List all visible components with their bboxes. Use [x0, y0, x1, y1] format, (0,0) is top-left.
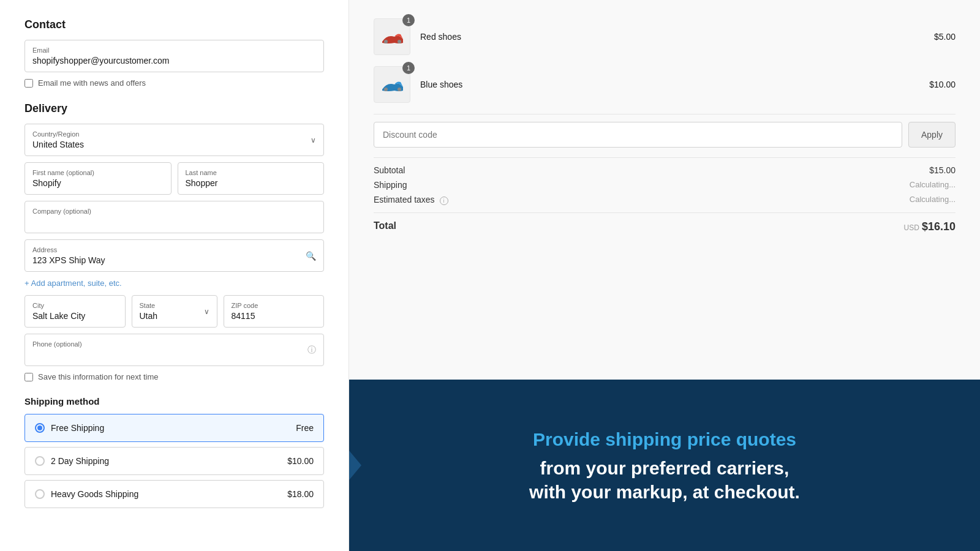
subtotal-row: Subtotal $15.00 [374, 165, 956, 175]
shipping-free-label: Free Shipping [51, 423, 104, 433]
zip-label: ZIP code [232, 302, 317, 309]
shipping-method-title: Shipping method [24, 396, 324, 407]
address-input[interactable] [32, 255, 316, 265]
promo-line1: Provide shipping price quotes [529, 427, 800, 451]
promo-banner: Provide shipping price quotes from your … [349, 380, 980, 551]
discount-input[interactable] [374, 122, 902, 148]
company-input[interactable] [32, 217, 316, 227]
shipping-value: Calculating... [910, 180, 956, 190]
city-field[interactable]: City [24, 295, 126, 328]
shipping-heavy-label: Heavy Goods Shipping [51, 489, 138, 499]
total-currency: USD [904, 223, 919, 232]
email-news-row: Email me with news and offers [24, 78, 324, 88]
taxes-label: Estimated taxes i [374, 195, 448, 205]
email-field[interactable]: Email [24, 40, 324, 72]
product-image-blue: 1 [374, 66, 410, 103]
shipping-label: Shipping [374, 180, 407, 190]
delivery-title: Delivery [24, 102, 324, 115]
shipping-method-section: Shipping method Free Shipping Free 2 Day… [24, 396, 324, 508]
company-label: Company (optional) [32, 208, 316, 215]
svg-point-1 [384, 40, 388, 43]
radio-heavy[interactable] [35, 489, 45, 499]
taxes-value: Calculating... [910, 195, 956, 205]
email-news-checkbox[interactable] [24, 79, 33, 88]
phone-field[interactable]: Phone (optional) ⓘ [24, 334, 324, 366]
subtotal-label: Subtotal [374, 165, 405, 175]
zip-field[interactable]: ZIP code [224, 295, 325, 328]
country-field[interactable]: Country/Region United States [24, 124, 324, 156]
divider-1 [374, 114, 956, 114]
product-name-blue: Blue shoes [420, 80, 919, 89]
state-label: State [140, 302, 209, 309]
address-label: Address [32, 246, 316, 253]
discount-row: Apply [374, 122, 956, 148]
delivery-section: Delivery Country/Region United States Fi… [24, 102, 324, 381]
contact-title: Contact [24, 18, 324, 31]
add-apt-link[interactable]: + Add apartment, suite, etc. [24, 279, 122, 288]
subtotal-value: $15.00 [929, 165, 956, 175]
first-name-input[interactable] [32, 178, 164, 188]
last-name-input[interactable] [186, 178, 317, 188]
order-summary: 1 Red shoes $5.00 1 [349, 0, 980, 257]
phone-label: Phone (optional) [32, 340, 316, 348]
country-select[interactable]: United States [32, 140, 316, 149]
shipping-heavy-price: $18.00 [287, 489, 314, 499]
product-row-blue: 1 Blue shoes $10.00 [374, 66, 956, 103]
country-label: Country/Region [32, 130, 316, 138]
shipping-row: Shipping Calculating... [374, 180, 956, 190]
promo-text: Provide shipping price quotes from your … [480, 403, 849, 528]
apply-button[interactable]: Apply [908, 122, 956, 148]
total-row: Total USD$16.10 [374, 220, 956, 233]
shipping-2day-price: $10.00 [287, 456, 314, 466]
city-state-zip-row: City State Utah ZIP code [24, 295, 324, 334]
svg-point-5 [398, 88, 401, 91]
product-price-red: $5.00 [934, 32, 956, 42]
save-info-row: Save this information for next time [24, 372, 324, 381]
contact-section: Contact Email Email me with news and off… [24, 18, 324, 88]
total-label: Total [374, 220, 396, 233]
city-input[interactable] [32, 311, 118, 321]
first-name-field[interactable]: First name (optional) [24, 162, 172, 195]
first-name-label: First name (optional) [32, 169, 164, 176]
svg-point-4 [384, 88, 388, 91]
total-value: USD$16.10 [904, 220, 956, 233]
state-field[interactable]: State Utah [132, 295, 217, 328]
product-row-red: 1 Red shoes $5.00 [374, 18, 956, 55]
shipping-option-2day[interactable]: 2 Day Shipping $10.00 [24, 447, 324, 475]
shipping-free-price: Free [296, 423, 314, 433]
product-image-red: 1 [374, 18, 410, 55]
right-panel: 1 Red shoes $5.00 1 [349, 0, 980, 551]
shipping-option-free[interactable]: Free Shipping Free [24, 414, 324, 442]
promo-line2: from your preferred carriers, with your … [529, 456, 800, 504]
product-badge-red: 1 [402, 14, 415, 26]
product-badge-blue: 1 [402, 62, 415, 74]
save-info-label: Save this information for next time [38, 372, 159, 381]
save-info-checkbox[interactable] [24, 373, 33, 381]
shipping-option-heavy[interactable]: Heavy Goods Shipping $18.00 [24, 480, 324, 508]
state-select[interactable]: Utah [140, 311, 209, 321]
taxes-row: Estimated taxes i Calculating... [374, 195, 956, 205]
address-field[interactable]: Address 🔍 [24, 239, 324, 272]
city-label: City [32, 302, 118, 309]
last-name-label: Last name [186, 169, 317, 176]
email-label: Email [32, 47, 316, 54]
product-name-red: Red shoes [420, 32, 924, 42]
search-icon: 🔍 [306, 251, 316, 261]
radio-free[interactable] [35, 423, 45, 433]
divider-2 [374, 157, 956, 158]
shipping-2day-label: 2 Day Shipping [51, 456, 109, 466]
left-panel: Contact Email Email me with news and off… [0, 0, 349, 551]
email-news-label: Email me with news and offers [38, 78, 146, 88]
divider-3 [374, 212, 956, 213]
product-price-blue: $10.00 [929, 80, 956, 89]
company-field[interactable]: Company (optional) [24, 201, 324, 233]
svg-point-2 [398, 40, 401, 43]
taxes-info-icon[interactable]: i [440, 197, 448, 205]
radio-2day[interactable] [35, 456, 45, 466]
phone-input[interactable] [32, 350, 316, 359]
zip-input[interactable] [232, 311, 317, 321]
name-row: First name (optional) Last name [24, 162, 324, 201]
question-icon[interactable]: ⓘ [307, 345, 316, 356]
email-input[interactable] [32, 56, 316, 66]
last-name-field[interactable]: Last name [178, 162, 325, 195]
